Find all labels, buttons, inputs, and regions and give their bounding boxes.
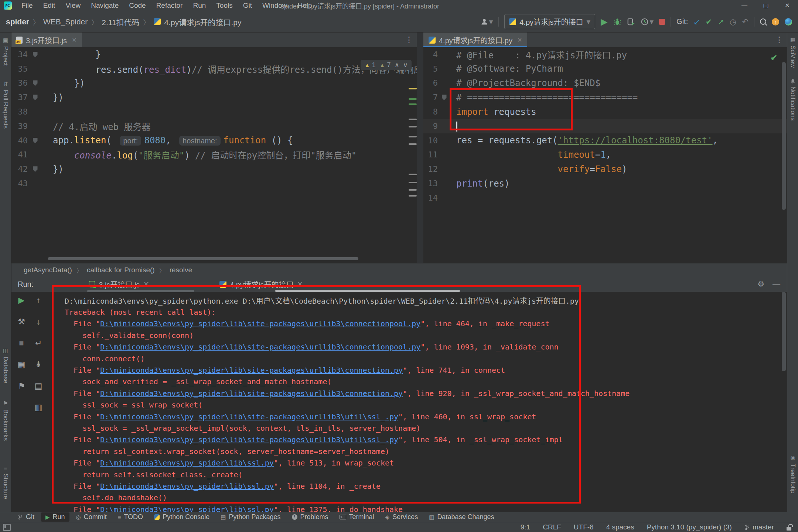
console-line[interactable]: File "D:\miniconda3\envs\py_spider\lib\s… — [65, 480, 787, 492]
search-everywhere-icon[interactable] — [760, 18, 766, 25]
code-line[interactable]: 41 console.log("服务启动") // 启动时在py控制台，打印"服… — [11, 148, 417, 162]
crumb-function[interactable]: resolve — [170, 266, 192, 274]
sidebar-item-bookmarks[interactable]: ⚑ Bookmarks — [0, 400, 11, 441]
error-stripe-mark[interactable] — [409, 143, 417, 145]
menu-item[interactable]: View — [61, 1, 85, 10]
code-line[interactable]: 43 — [11, 176, 417, 191]
toolbar-button-git[interactable]: Git — [13, 512, 39, 522]
toolbar-button-problems[interactable]: ! Problems — [287, 512, 333, 522]
fold-marker-icon[interactable] — [33, 95, 38, 100]
menu-item[interactable]: Edit — [39, 1, 60, 10]
profiler-button[interactable]: ▾ — [641, 18, 654, 26]
code-line[interactable]: 8import requests — [423, 105, 787, 119]
tab-py-file[interactable]: 4.py请求js开的接口.py ✕ — [423, 33, 527, 47]
caret-position-widget[interactable]: 9:1 — [521, 523, 530, 531]
toolbar-button-python-packages[interactable]: ▤ Python Packages — [216, 512, 285, 522]
fold-marker-icon[interactable] — [33, 52, 38, 57]
console-line[interactable]: self.do_handshake() — [65, 492, 787, 504]
settings-wrench-icon[interactable]: ⚒ — [18, 316, 25, 327]
inspections-ok-icon[interactable]: ✔ — [771, 53, 777, 63]
js-editor[interactable]: 34 }35 res.send(res_dict)// 调用express提供的… — [11, 47, 417, 263]
console-line[interactable]: File "D:\miniconda3\envs\py_spider\lib\s… — [65, 364, 787, 376]
code-line[interactable]: 34 } — [11, 47, 417, 62]
code-line[interactable]: 40app.listen( port:8080, hostname:functi… — [11, 133, 417, 148]
console-file-link[interactable]: D:\miniconda3\envs\py_spider\lib\ssl.py — [100, 505, 274, 512]
toolbar-button-services[interactable]: ◈ Services — [381, 512, 423, 522]
sidebar-item-treeinfotip[interactable]: ◉ TreeInfotip — [787, 454, 798, 494]
menu-item[interactable]: Git — [239, 1, 256, 10]
code-line[interactable]: 12 verify=False) — [423, 162, 787, 176]
code-line[interactable]: 9 — [423, 119, 787, 133]
pin-icon[interactable]: ⚑ — [18, 381, 25, 392]
console-file-link[interactable]: D:\miniconda3\envs\py_spider\lib\site-pa… — [100, 366, 403, 375]
code-line[interactable]: 6# @ProjectBackground: $END$ — [423, 76, 787, 91]
console-line[interactable]: ssl_sock = ssl_wrap_socket( — [65, 399, 787, 411]
close-tab-icon[interactable]: ✕ — [517, 37, 522, 44]
unlock-icon[interactable] — [787, 527, 791, 531]
run-coverage-button[interactable] — [627, 18, 635, 26]
fold-marker-icon[interactable] — [442, 95, 447, 100]
pane-divider[interactable] — [417, 33, 423, 263]
code-line[interactable]: 35 res.send(res_dict)// 调用express提供的res.… — [11, 62, 417, 76]
next-problem-icon[interactable]: ∨ — [403, 61, 408, 69]
toolbar-button-python-console[interactable]: Python Console — [150, 512, 214, 522]
soft-wrap-icon[interactable]: ↵ — [35, 338, 42, 349]
menu-item[interactable]: Navigate — [86, 1, 123, 10]
toolbar-button-terminal[interactable]: >_ Terminal — [335, 512, 379, 522]
sidebar-item-pull-requests[interactable]: ⇵ Pull Requests — [0, 81, 11, 129]
interpreter-widget[interactable]: Python 3.10 (py_spider) (3) — [647, 523, 732, 531]
console-file-link[interactable]: D:\miniconda3\envs\py_spider\lib\ssl.py — [100, 482, 274, 491]
close-tab-icon[interactable]: ✕ — [297, 280, 303, 289]
encoding-widget[interactable]: UTF-8 — [574, 523, 594, 531]
code-line[interactable]: 5# @Software: PyCharm — [423, 62, 787, 76]
maximize-button[interactable]: ▢ — [755, 0, 777, 11]
close-button[interactable]: ✕ — [777, 0, 798, 11]
code-line[interactable]: 11 timeout=1, — [423, 148, 787, 162]
code-with-me-icon[interactable] — [785, 18, 792, 25]
console-scrollbar[interactable] — [782, 292, 786, 371]
error-stripe-mark[interactable] — [409, 174, 417, 175]
console-line[interactable]: Traceback (most recent call last): — [65, 306, 787, 318]
console-line[interactable]: conn.connect() — [65, 353, 787, 364]
error-stripe-mark[interactable] — [409, 103, 417, 105]
error-stripe-mark[interactable] — [409, 182, 417, 183]
run-configuration-select[interactable]: 4.py请求js开的接口 ▾ — [504, 14, 595, 29]
print-icon[interactable]: ▤ — [35, 381, 42, 392]
scroll-to-end-icon[interactable]: ⇟ — [35, 359, 42, 370]
toolbar-button-commit[interactable]: ◎ Commit — [72, 512, 111, 522]
prev-problem-icon[interactable]: ∧ — [395, 61, 399, 69]
hide-panel-icon[interactable]: — — [773, 280, 780, 289]
code-line[interactable]: 14 — [423, 191, 787, 205]
console-line[interactable]: File "D:\miniconda3\envs\py_spider\lib\s… — [65, 434, 787, 446]
tool-window-switcher-icon[interactable] — [3, 524, 11, 531]
sidebar-item-sciview[interactable]: ▦ SciView — [787, 36, 798, 68]
sidebar-item-project[interactable]: ▣ Project — [0, 37, 11, 66]
console-line[interactable]: File "D:\miniconda3\envs\py_spider\lib\s… — [65, 411, 787, 422]
code-line[interactable]: 39// 4.启动 web 服务器 — [11, 119, 417, 133]
git-branch-widget[interactable]: master — [744, 523, 774, 531]
close-tab-icon[interactable]: ✕ — [143, 280, 149, 289]
console-line[interactable]: self._validate_conn(conn) — [65, 330, 787, 341]
horizontal-scrollbar[interactable] — [48, 257, 358, 260]
console-line[interactable]: File "D:\miniconda3\envs\py_spider\lib\s… — [65, 457, 787, 468]
console-line[interactable]: return ssl_context.wrap_socket(sock, ser… — [65, 446, 787, 457]
breadcrumb-folder[interactable]: 2.11扣代码 — [102, 16, 139, 27]
minimize-button[interactable]: — — [734, 0, 755, 11]
more-options-icon[interactable]: ⋮ — [775, 35, 783, 45]
console-file-link[interactable]: D:\miniconda3\envs\py_spider\lib\ssl.py — [100, 458, 274, 467]
down-stack-icon[interactable]: ↓ — [37, 316, 41, 327]
console-line[interactable]: File "D:\miniconda3\envs\py_spider\lib\s… — [65, 504, 787, 512]
toolbar-button-todo[interactable]: ≡ TODO — [113, 512, 147, 522]
fold-marker-icon[interactable] — [33, 80, 38, 86]
code-line[interactable]: 42}) — [11, 162, 417, 176]
inspections-widget[interactable]: ▲ 1 ▲ 7 ∧ ∨ — [361, 60, 412, 70]
clear-console-icon[interactable]: ▥ — [35, 402, 42, 413]
debug-button[interactable] — [613, 18, 621, 26]
console-line[interactable]: sock_and_verified = _ssl_wrap_socket_and… — [65, 376, 787, 388]
error-stripe-mark[interactable] — [409, 88, 417, 89]
console-line[interactable]: return self.sslsocket_class._create( — [65, 469, 787, 480]
vertical-scrollbar[interactable] — [782, 62, 786, 210]
menu-item[interactable]: Run — [188, 1, 210, 10]
code-line[interactable]: 38 — [11, 105, 417, 119]
run-tab-js[interactable]: 3.js开接口.js ✕ — [89, 279, 149, 290]
